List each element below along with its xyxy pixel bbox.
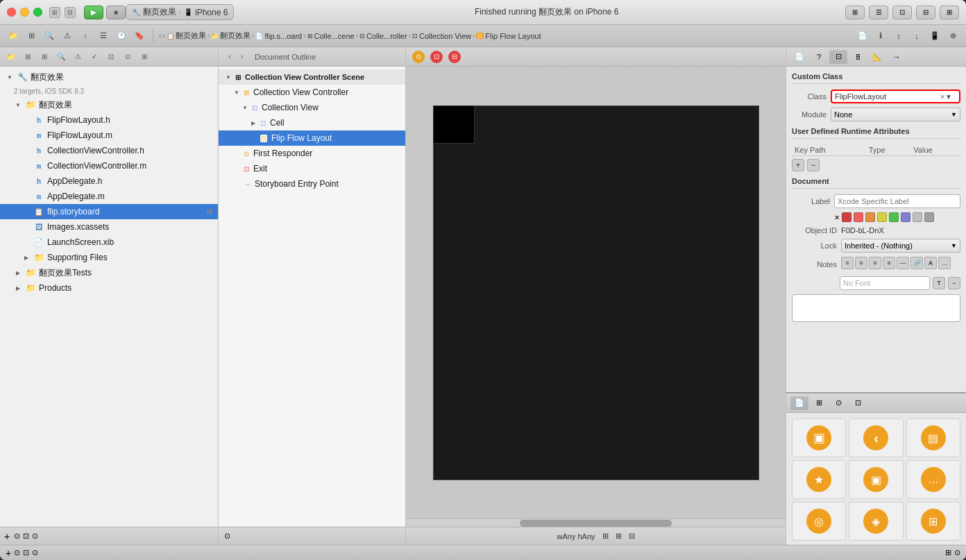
- breadcrumb-layout[interactable]: ⊡ Flip Flow Layout: [476, 32, 541, 40]
- tab-size[interactable]: 📐: [868, 50, 886, 64]
- add-file-btn[interactable]: 📄: [855, 28, 870, 44]
- color-chip-red[interactable]: [842, 212, 851, 222]
- lib-item-8[interactable]: ◈: [849, 502, 903, 541]
- disclose-collview[interactable]: ▼: [241, 103, 249, 112]
- entry-item[interactable]: → Storyboard Entry Point: [219, 176, 405, 192]
- file-cvc-h[interactable]: h CollectionViewController.h: [0, 143, 218, 158]
- warning-btn[interactable]: ⚠: [60, 28, 75, 44]
- class-field[interactable]: FlipFlowLayout ✕ ▼: [831, 90, 960, 103]
- lock-dropdown[interactable]: Inherited - (Nothing) ▼: [841, 239, 960, 253]
- project-root[interactable]: ▼ 🔧 翻页效果: [0, 69, 218, 85]
- color-chip-yellow[interactable]: [877, 212, 887, 222]
- disclose-main[interactable]: ▼: [14, 101, 22, 109]
- status-grid-right[interactable]: ⊞: [945, 548, 951, 557]
- notes-align-center[interactable]: ≡: [855, 257, 867, 269]
- outline-back-btn[interactable]: ‹: [224, 51, 235, 62]
- file-appdelegate-h[interactable]: h AppDelegate.h: [0, 173, 218, 189]
- disclose-products[interactable]: ▶: [14, 284, 22, 292]
- minimize-button[interactable]: [20, 8, 29, 17]
- color-chip-gray1[interactable]: [913, 212, 922, 222]
- tab-quickhelp[interactable]: ?: [810, 50, 828, 64]
- color-chip-pink[interactable]: [854, 212, 863, 222]
- nav-bp-btn[interactable]: ⊙: [121, 51, 135, 63]
- disclose-root[interactable]: ▼: [6, 73, 14, 81]
- download-btn[interactable]: ↓: [909, 28, 924, 44]
- panel-split-btn[interactable]: ⊡: [892, 6, 912, 19]
- font-T-btn[interactable]: T: [933, 277, 945, 289]
- disclose-tests[interactable]: ▶: [14, 269, 22, 277]
- group-main[interactable]: ▼ 📁 翻页效果: [0, 97, 218, 112]
- editor-split-btn[interactable]: ↕: [891, 28, 906, 44]
- notes-align-justify[interactable]: ≡: [883, 257, 895, 269]
- cell-item[interactable]: ▶ ⊡ Cell: [219, 115, 405, 130]
- close-button[interactable]: [7, 8, 16, 17]
- info-btn[interactable]: ℹ: [873, 28, 888, 44]
- nav-settings-btn[interactable]: ⊡: [23, 532, 29, 541]
- file-appdelegate-m[interactable]: m AppDelegate.m: [0, 189, 218, 204]
- fullscreen-btn[interactable]: ⊞: [940, 6, 959, 19]
- canvas-plus-btn[interactable]: ⊞: [616, 532, 622, 541]
- canvas-size-btn[interactable]: ⊞: [602, 532, 609, 541]
- canvas-icon-2[interactable]: ⊡: [430, 50, 443, 64]
- hierarchy-btn[interactable]: ⊞: [24, 28, 39, 44]
- disclose-supporting[interactable]: ▶: [22, 253, 31, 262]
- disclose-controller[interactable]: ▼: [232, 88, 241, 96]
- notes-bold[interactable]: A: [924, 257, 937, 269]
- notes-align-right[interactable]: ≡: [869, 257, 881, 269]
- lib-item-1[interactable]: ▣: [792, 418, 846, 457]
- disclose-scene[interactable]: ▼: [224, 73, 232, 81]
- file-flipflow-h[interactable]: h FlipFlowLayout.h: [0, 112, 218, 128]
- nav-recent-btn[interactable]: ⊙: [32, 532, 38, 541]
- outline-settings-btn[interactable]: ⊙: [224, 532, 230, 541]
- controller-item[interactable]: ▼ ⊞ Collection View Controller: [219, 85, 405, 100]
- module-dropdown[interactable]: None ▼: [831, 108, 960, 121]
- breadcrumb-group[interactable]: 📁 翻页效果: [211, 31, 251, 41]
- notes-align-left[interactable]: ≡: [841, 257, 854, 269]
- tab-file[interactable]: 📄: [790, 50, 808, 64]
- vcs-btn[interactable]: ↑: [78, 28, 93, 44]
- add-btn[interactable]: ⊕: [945, 28, 960, 44]
- file-xib[interactable]: 📄 LaunchScreen.xib: [0, 235, 218, 250]
- tab-connections[interactable]: →: [888, 50, 906, 64]
- folder-btn[interactable]: 📁: [6, 28, 21, 44]
- canvas-content[interactable]: ›: [406, 67, 786, 518]
- lib-tab-file[interactable]: 📄: [790, 396, 808, 410]
- status-grid-btn[interactable]: ⊡: [23, 548, 29, 557]
- nav-left-btn[interactable]: ⊞: [49, 7, 60, 18]
- device-btn[interactable]: 📱: [927, 28, 942, 44]
- group-products[interactable]: ▶ 📁 Products: [0, 280, 218, 296]
- maximize-button[interactable]: [33, 8, 42, 17]
- status-add-btn[interactable]: +: [6, 548, 11, 559]
- add-attr-btn[interactable]: +: [792, 159, 804, 171]
- run-button[interactable]: ▶: [84, 6, 103, 19]
- nav-src-btn[interactable]: ⊞: [21, 51, 35, 63]
- remove-attr-btn[interactable]: −: [807, 159, 820, 171]
- collview-item[interactable]: ▼ ⊡ Collection View: [219, 100, 405, 115]
- list-btn[interactable]: ☰: [96, 28, 111, 44]
- breadcrumb-back[interactable]: ‹ ›: [159, 32, 165, 40]
- color-chip-gray2[interactable]: [924, 212, 934, 222]
- lib-tab-media[interactable]: ⊙: [829, 396, 847, 410]
- bookmark-btn[interactable]: 🔖: [132, 28, 147, 44]
- nav-report-btn[interactable]: ⊞: [137, 51, 151, 63]
- nav-warn-btn[interactable]: ⚠: [71, 51, 85, 63]
- nav-folder-btn[interactable]: 📁: [4, 51, 18, 63]
- lib-tab-objects[interactable]: ⊞: [810, 396, 828, 410]
- notes-link[interactable]: 🔗: [910, 257, 923, 269]
- lib-item-6[interactable]: …: [906, 460, 960, 499]
- status-circle-right[interactable]: ⊙: [954, 548, 960, 557]
- notes-more[interactable]: …: [938, 257, 951, 269]
- notes-dash[interactable]: —: [897, 257, 909, 269]
- file-cvc-m[interactable]: m CollectionViewController.m: [0, 158, 218, 173]
- breadcrumb-proj[interactable]: 📋 翻页效果: [167, 31, 206, 41]
- color-chip-orange[interactable]: [865, 212, 875, 222]
- font-field[interactable]: No Font: [840, 276, 930, 290]
- sidebar-toggle-btn[interactable]: ⊞: [845, 6, 865, 19]
- group-tests[interactable]: ▶ 📁 翻页效果Tests: [0, 265, 218, 280]
- layout-item[interactable]: ⊡ Flip Flow Layout: [219, 130, 405, 146]
- lib-item-7[interactable]: ◎: [792, 502, 846, 541]
- nav-find-btn[interactable]: 🔍: [54, 51, 68, 63]
- tab-attributes[interactable]: 🎚: [849, 50, 867, 64]
- editor-toggle-btn[interactable]: ☰: [869, 6, 888, 19]
- file-xcassets[interactable]: 🖼 Images.xcassets: [0, 219, 218, 235]
